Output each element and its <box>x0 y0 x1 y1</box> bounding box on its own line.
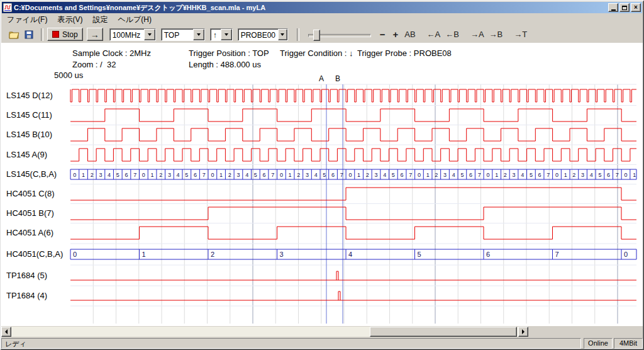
channel-label: LS145(C,B,A) <box>6 169 57 179</box>
bus-value: 4 <box>177 172 180 178</box>
bus-value: 5 <box>598 172 601 178</box>
bus-value: 1 <box>142 251 146 258</box>
toolbar: Stop → 100MHz TOP ↑ PROBE00 − + AB ←A <box>2 26 642 43</box>
stop-button[interactable]: Stop <box>47 28 83 41</box>
menu-view[interactable]: 表示(V) <box>52 13 87 26</box>
bus-value: 6 <box>263 172 266 178</box>
titlebar[interactable]: C:¥Documents and Settings¥noname¥デスクトップ¥… <box>2 2 642 13</box>
goto-trigger-button[interactable]: →T <box>511 29 530 40</box>
bus-value: 6 <box>607 172 610 178</box>
waveform-trace <box>70 271 636 280</box>
bus-value: 3 <box>99 172 102 178</box>
bus-value: 1 <box>357 172 360 178</box>
bus-value: 2 <box>366 172 369 178</box>
title-buttons: × <box>607 3 641 12</box>
window-title: C:¥Documents and Settings¥noname¥デスクトップ¥… <box>14 3 607 13</box>
save-button[interactable] <box>22 28 36 41</box>
combo-sample-rate-arrow[interactable] <box>144 29 155 40</box>
bus-value: 5 <box>185 172 188 178</box>
status-ready: レディ <box>1 338 581 349</box>
bus-value: 4 <box>108 172 111 178</box>
waveform-trace <box>70 149 636 161</box>
bus-value: 3 <box>513 172 516 178</box>
bus-value: 5 <box>323 172 326 178</box>
bus-value: 4 <box>452 172 455 178</box>
scrollbar-thumb[interactable] <box>370 327 517 337</box>
bus-value: 2 <box>228 172 231 178</box>
channel-label: HC4051 C(8) <box>6 189 55 199</box>
bus-value: 5 <box>530 172 533 178</box>
bus-value: 7 <box>340 172 343 178</box>
run-button[interactable]: → <box>87 28 103 41</box>
zoom-in-button[interactable]: + <box>389 29 402 40</box>
bus-value: 5 <box>116 172 119 178</box>
bus-value: 6 <box>486 251 490 258</box>
bus-value: 5 <box>418 251 421 258</box>
channel-label: TP1684 (4) <box>6 291 47 301</box>
bus-value: 0 <box>418 172 421 178</box>
combo-trigger-edge-arrow[interactable] <box>221 29 232 40</box>
bus-value: 2 <box>211 251 214 258</box>
channel-label: HC4051 B(7) <box>6 208 54 218</box>
combo-trigger-probe[interactable]: PROBE00 <box>238 28 288 41</box>
zoom-slider-thumb[interactable] <box>313 30 320 41</box>
menu-file[interactable]: ファイル(F) <box>2 13 52 26</box>
waveform-trace <box>70 207 636 220</box>
bus-value: 7 <box>547 172 550 178</box>
bus-value: 3 <box>443 172 447 178</box>
combo-sample-rate[interactable]: 100MHz <box>109 28 156 41</box>
zoom-out-button[interactable]: − <box>376 29 389 40</box>
ab-button[interactable]: AB <box>402 29 418 40</box>
bus-value: 4 <box>521 172 524 178</box>
bus-value: 3 <box>374 172 377 178</box>
minimize-icon <box>611 9 616 11</box>
bus-value: 3 <box>581 172 584 178</box>
horizontal-scrollbar[interactable] <box>1 327 528 337</box>
scroll-left-button[interactable] <box>1 327 11 337</box>
menu-help[interactable]: ヘルプ(H) <box>113 13 157 26</box>
bus-value: 2 <box>91 172 94 178</box>
channel-label: LS145 B(10) <box>6 130 52 140</box>
bus-value: 2 <box>159 172 162 178</box>
bus-value: 4 <box>314 172 318 178</box>
bus-value: 5 <box>392 172 395 178</box>
channel-label: LS145 C(11) <box>6 110 52 120</box>
chevron-down-icon <box>280 33 284 36</box>
bus-value: 5 <box>460 172 464 178</box>
bus-value: 7 <box>616 172 619 178</box>
combo-trigger-position[interactable]: TOP <box>161 28 205 41</box>
bus-value: 6 <box>194 172 197 178</box>
menu-settings[interactable]: 設定 <box>87 13 113 26</box>
bus-value: 1 <box>495 172 498 178</box>
next-b-button[interactable]: →B <box>487 29 506 40</box>
floppy-icon <box>25 30 33 39</box>
maximize-button[interactable] <box>619 3 630 12</box>
scroll-right-button[interactable] <box>518 327 528 337</box>
combo-trigger-probe-arrow[interactable] <box>278 29 287 40</box>
next-a-button[interactable]: →A <box>468 29 487 40</box>
zoom-slider[interactable] <box>308 28 371 41</box>
combo-trigger-edge[interactable]: ↑ <box>210 28 233 41</box>
combo-trigger-position-arrow[interactable] <box>193 29 204 40</box>
chevron-down-icon <box>225 33 228 36</box>
bus-value: 6 <box>401 172 404 178</box>
close-button[interactable]: × <box>631 3 641 12</box>
open-button[interactable] <box>7 28 21 41</box>
bus-value: 0 <box>348 172 352 178</box>
minimize-button[interactable] <box>608 3 618 12</box>
goto-a-button[interactable]: ←A <box>425 29 443 40</box>
bus-value: 3 <box>236 172 240 178</box>
bus-value: 4 <box>383 172 386 178</box>
waveform-trace <box>70 188 636 200</box>
bus-value: 7 <box>271 172 274 178</box>
bus-value: 7 <box>478 172 481 178</box>
goto-b-button[interactable]: ←B <box>443 29 462 40</box>
statusbar: レディ Online 4MBit <box>1 338 643 349</box>
bus-value: 7 <box>409 172 412 178</box>
bus-value: 1 <box>564 172 567 178</box>
bus-value: 3 <box>280 251 284 258</box>
bus-value: 0 <box>555 172 558 178</box>
bus-value: 7 <box>203 172 206 178</box>
toolbar-separator <box>297 28 299 41</box>
waveform-area[interactable]: Sample Clock : 2MHz Trigger Position : T… <box>1 43 643 326</box>
